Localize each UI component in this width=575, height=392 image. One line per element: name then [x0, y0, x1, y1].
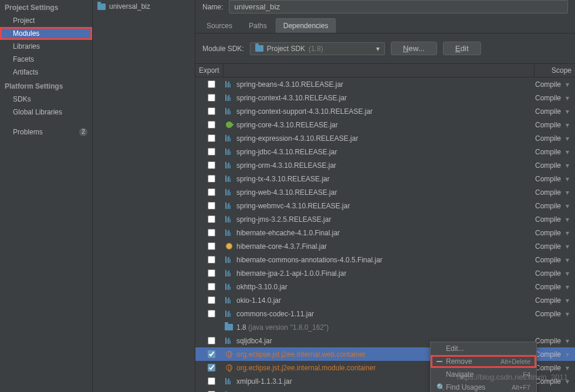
- dependency-row[interactable]: okio-1.14.0.jar Compile ▾: [195, 293, 575, 307]
- col-export[interactable]: Export: [195, 64, 224, 77]
- dependency-row[interactable]: spring-context-support-4.3.10.RELEASE.ja…: [195, 104, 575, 118]
- chevron-down-icon[interactable]: ▾: [563, 148, 571, 156]
- export-checkbox[interactable]: [208, 107, 215, 115]
- dependency-scope[interactable]: Compile: [526, 80, 563, 89]
- export-checkbox[interactable]: [208, 256, 215, 263]
- chevron-down-icon[interactable]: ▾: [563, 161, 571, 170]
- dependency-row[interactable]: spring-jdbc-4.3.10.RELEASE.jar Compile ▾: [195, 145, 575, 158]
- sidebar-item-problems[interactable]: Problems 2: [0, 126, 92, 138]
- dependency-scope[interactable]: Compile: [526, 269, 563, 278]
- col-name[interactable]: [224, 64, 534, 77]
- chevron-down-icon[interactable]: ▾: [563, 188, 571, 197]
- dependency-row[interactable]: spring-web-4.3.10.RELEASE.jar Compile ▾: [195, 185, 575, 199]
- chevron-down-icon[interactable]: ▾: [563, 283, 571, 291]
- export-checkbox[interactable]: [208, 229, 215, 236]
- dependency-row[interactable]: spring-orm-4.3.10.RELEASE.jar Compile ▾: [195, 158, 575, 172]
- tab-dependencies[interactable]: Dependencies: [276, 18, 336, 33]
- dependency-scope[interactable]: Compile: [526, 283, 563, 291]
- export-checkbox[interactable]: [208, 364, 215, 371]
- dependency-row[interactable]: hibernate-ehcache-4.1.0.Final.jar Compil…: [195, 226, 575, 239]
- chevron-down-icon[interactable]: ▾: [563, 242, 571, 251]
- export-checkbox[interactable]: [208, 188, 215, 196]
- dependency-row[interactable]: spring-core-4.3.10.RELEASE.jar Compile ▾: [195, 118, 575, 131]
- dependency-scope[interactable]: Compile: [526, 215, 563, 224]
- chevron-down-icon[interactable]: ▾: [563, 215, 571, 224]
- dependency-scope[interactable]: Compile: [526, 107, 563, 116]
- dependency-scope[interactable]: Compile: [526, 242, 563, 251]
- sdk-select[interactable]: Project SDK (1.8): [250, 42, 385, 55]
- context-edit[interactable]: Edit...: [431, 342, 536, 355]
- chevron-down-icon[interactable]: ▾: [563, 350, 571, 359]
- dependency-row[interactable]: hibernate-core-4.3.7.Final.jar Compile ▾: [195, 239, 575, 253]
- edit-button[interactable]: Edit: [443, 42, 481, 55]
- chevron-down-icon[interactable]: ▾: [563, 364, 571, 372]
- sidebar-item-facets[interactable]: Facets: [0, 53, 92, 66]
- dependency-scope[interactable]: Compile: [526, 296, 563, 305]
- chevron-down-icon[interactable]: ▾: [563, 337, 571, 345]
- export-checkbox[interactable]: [208, 94, 215, 102]
- tab-paths[interactable]: Paths: [241, 18, 275, 33]
- dependency-scope[interactable]: Compile: [526, 121, 563, 129]
- chevron-down-icon[interactable]: ▾: [563, 80, 571, 89]
- name-input[interactable]: [229, 0, 568, 13]
- sidebar-item-project[interactable]: Project: [0, 14, 92, 27]
- export-checkbox[interactable]: [208, 283, 215, 290]
- col-scope[interactable]: Scope: [534, 64, 575, 77]
- dependency-row[interactable]: spring-jms-3.2.5.RELEASE.jar Compile ▾: [195, 212, 575, 226]
- sidebar-item-artifacts[interactable]: Artifacts: [0, 66, 92, 79]
- export-checkbox[interactable]: [208, 269, 215, 277]
- export-checkbox[interactable]: [208, 337, 215, 344]
- export-checkbox[interactable]: [208, 202, 215, 209]
- export-checkbox[interactable]: [208, 134, 215, 142]
- dependency-row[interactable]: spring-tx-4.3.10.RELEASE.jar Compile ▾: [195, 172, 575, 185]
- export-checkbox[interactable]: [208, 121, 215, 129]
- dependency-row[interactable]: commons-codec-1.11.jar Compile ▾: [195, 307, 575, 320]
- chevron-down-icon[interactable]: ▾: [563, 269, 571, 278]
- dependency-row[interactable]: okhttp-3.10.0.jar Compile ▾: [195, 280, 575, 293]
- chevron-down-icon[interactable]: ▾: [563, 107, 571, 116]
- sidebar-item-modules[interactable]: Modules: [0, 27, 92, 40]
- dependency-scope[interactable]: Compile: [526, 188, 563, 197]
- dependency-row[interactable]: spring-context-4.3.10.RELEASE.jar Compil…: [195, 91, 575, 104]
- export-checkbox[interactable]: [208, 161, 215, 169]
- chevron-down-icon[interactable]: ▾: [563, 296, 571, 305]
- export-checkbox[interactable]: [208, 175, 215, 183]
- export-checkbox[interactable]: [208, 80, 215, 88]
- chevron-down-icon[interactable]: ▾: [563, 202, 571, 210]
- export-checkbox[interactable]: [208, 350, 215, 358]
- dependency-scope[interactable]: Compile: [526, 148, 563, 156]
- chevron-down-icon[interactable]: ▾: [563, 94, 571, 102]
- chevron-down-icon[interactable]: ▾: [563, 175, 571, 183]
- context-find-usages[interactable]: 🔍Find Usages Alt+F7: [431, 381, 536, 392]
- export-checkbox[interactable]: [208, 215, 215, 223]
- chevron-down-icon[interactable]: ▾: [563, 310, 571, 318]
- tab-sources[interactable]: Sources: [199, 18, 240, 33]
- chevron-down-icon[interactable]: ▾: [563, 121, 571, 129]
- export-checkbox[interactable]: [208, 148, 215, 156]
- dependency-scope[interactable]: Compile: [526, 229, 563, 237]
- dependency-row[interactable]: hibernate-jpa-2.1-api-1.0.0.Final.jar Co…: [195, 266, 575, 280]
- export-checkbox[interactable]: [208, 296, 215, 304]
- module-item[interactable]: universal_biz: [93, 0, 195, 13]
- dependency-scope[interactable]: Compile: [526, 256, 563, 264]
- sidebar-item-sdks[interactable]: SDKs: [0, 93, 92, 106]
- chevron-down-icon[interactable]: ▾: [563, 256, 571, 264]
- dependency-row[interactable]: spring-expression-4.3.10.RELEASE.jar Com…: [195, 131, 575, 145]
- export-checkbox[interactable]: [208, 377, 215, 385]
- dependency-row[interactable]: spring-webmvc-4.3.10.RELEASE.jar Compile…: [195, 199, 575, 212]
- dependency-scope[interactable]: Compile: [526, 94, 563, 102]
- chevron-down-icon[interactable]: ▾: [563, 134, 571, 143]
- dependency-row[interactable]: hibernate-commons-annotations-4.0.5.Fina…: [195, 253, 575, 266]
- export-checkbox[interactable]: [208, 310, 215, 317]
- dependency-scope[interactable]: Compile: [526, 161, 563, 170]
- sidebar-item-libraries[interactable]: Libraries: [0, 40, 92, 53]
- dependency-row[interactable]: spring-beans-4.3.10.RELEASE.jar Compile …: [195, 77, 575, 91]
- dependency-scope[interactable]: Compile: [526, 310, 563, 318]
- sidebar-item-global-libraries[interactable]: Global Libraries: [0, 106, 92, 119]
- export-checkbox[interactable]: [208, 242, 215, 250]
- dependency-scope[interactable]: Compile: [526, 134, 563, 143]
- new-button[interactable]: NNew...ew...: [391, 42, 437, 55]
- dependency-scope[interactable]: Compile: [526, 202, 563, 210]
- context-remove[interactable]: Remove Alt+Delete: [431, 355, 536, 368]
- dependency-row[interactable]: 1.8 (java version "1.8.0_162"): [195, 320, 575, 334]
